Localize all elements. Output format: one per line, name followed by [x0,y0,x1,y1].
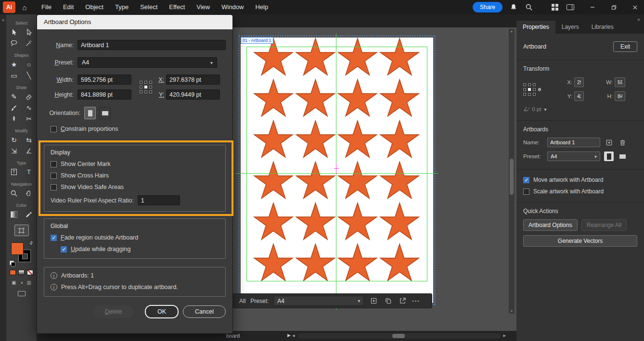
rectangle-tool-icon[interactable]: ▭ [10,71,18,79]
menu-type[interactable]: Type [109,0,134,14]
restore-button[interactable] [606,0,621,14]
portrait-orientation-button[interactable] [604,152,614,161]
move-artwork-checkbox[interactable]: Move artwork with Artboard [523,177,637,183]
swap-fill-stroke-icon[interactable]: ⇄ [28,240,34,246]
panel-x-input[interactable] [574,77,584,87]
ok-button[interactable]: OK [145,305,179,318]
share-button[interactable]: Share [473,2,502,13]
panel-collapse-icon[interactable]: » [637,16,640,22]
color-swatch[interactable] [10,270,16,275]
preset-select[interactable]: A4 ▾ [77,57,217,68]
star-tool-icon[interactable]: ★ [10,60,18,68]
cancel-button[interactable]: Cancel [183,305,226,318]
shaper-tool-icon[interactable]: ∿ [25,103,33,112]
pencil-tool-icon[interactable]: ✎ [10,92,18,101]
tab-libraries[interactable]: Libraries [585,21,620,34]
landscape-orientation-button[interactable] [618,152,627,161]
width-input[interactable] [77,75,131,85]
scroll-right-arrow[interactable]: ▸ [503,332,506,339]
gradient-swatch[interactable] [18,270,25,275]
zoom-tool-icon[interactable] [10,189,18,197]
pen-tool-icon[interactable] [10,114,18,123]
artboard[interactable]: 01 - Artboard 1 [241,38,433,303]
direct-selection-tool-icon[interactable] [25,28,33,36]
duplicate-artboard-icon[interactable] [383,296,393,306]
fade-region-checkbox[interactable]: Fade region outside Artboard [51,234,219,241]
panel-w-input[interactable] [615,77,625,87]
line-tool-icon[interactable]: ╲ [25,71,33,79]
reference-point-locator[interactable] [140,81,152,93]
name-input[interactable] [77,40,226,50]
scroll-left-arrow[interactable]: ◂ [292,332,295,339]
rearrange-all-button[interactable]: Rearrange All [581,219,627,231]
show-video-safe-areas-checkbox[interactable]: Show Video Safe Areas [51,184,219,190]
horizontal-scroll-thumb[interactable] [392,334,405,338]
apps-grid-icon[interactable] [551,3,559,12]
scissors-tool-icon[interactable]: ✂ [25,114,33,123]
video-ruler-ratio-input[interactable] [138,195,180,205]
scale-tool-icon[interactable]: ⇲ [10,147,18,155]
eraser-tool-icon[interactable] [25,92,33,101]
menu-window[interactable]: Window [216,0,249,14]
shear-tool-icon[interactable]: ∠ [25,147,33,155]
draw-normal-icon[interactable]: ▣ [12,280,16,285]
angle-value[interactable]: 0 pt [532,106,541,112]
scroll-down-arrow[interactable]: ▼ [509,310,515,313]
new-artboard-icon[interactable] [369,296,378,306]
vertical-scrollbar[interactable]: ▲ ▼ [509,29,515,314]
default-colors-icon[interactable] [10,261,14,265]
menu-help[interactable]: Help [249,0,274,14]
horizontal-scrollbar[interactable] [298,333,501,339]
search-icon[interactable] [525,3,533,12]
menu-file[interactable]: File [36,0,57,14]
fill-stroke-widget[interactable]: ⇄ [11,242,33,264]
workspace-layout-icon[interactable] [566,3,575,12]
selection-tool-icon[interactable] [10,28,18,36]
panel-preset-select[interactable]: A4 ▾ [547,152,600,161]
y-input[interactable] [166,89,220,100]
x-input[interactable] [166,75,220,85]
artboard-tool-active[interactable] [14,225,29,236]
next-artboard-icon[interactable]: ▶ [287,333,291,338]
link-dimensions-icon[interactable] [536,86,543,93]
panel-collapse-strip[interactable]: « [0,14,6,341]
delete-button[interactable]: Delete [93,305,134,318]
reference-point-locator[interactable] [523,83,536,96]
panel-y-input[interactable] [574,91,584,101]
close-button[interactable] [628,0,642,14]
new-artboard-button[interactable] [604,138,614,147]
minimize-button[interactable] [585,0,600,14]
ellipse-tool-icon[interactable]: ○ [25,60,33,68]
menu-edit[interactable]: Edit [57,0,79,14]
artboard-options-button[interactable]: Artboard Options [523,219,578,231]
delete-artboard-button[interactable] [618,138,627,147]
fill-color-swatch[interactable] [11,242,24,255]
constrain-proportions-checkbox[interactable]: Constrain proportions [51,126,226,132]
paintbrush-tool-icon[interactable] [10,103,18,112]
magic-wand-tool-icon[interactable] [25,39,33,47]
menu-view[interactable]: View [191,0,216,14]
none-swatch[interactable] [27,270,33,275]
height-input[interactable] [77,89,131,100]
vertical-scroll-thumb[interactable] [510,159,514,195]
menu-object[interactable]: Object [79,0,109,14]
show-center-mark-checkbox[interactable]: Show Center Mark [51,161,219,167]
reflect-tool-icon[interactable]: ⇆ [25,136,33,144]
screen-mode-icon[interactable] [18,291,26,296]
landscape-orientation-button[interactable] [99,107,111,119]
eyedropper-tool-icon[interactable] [25,210,33,218]
portrait-orientation-button[interactable] [84,107,96,119]
menu-select[interactable]: Select [134,0,163,14]
show-cross-hairs-checkbox[interactable]: Show Cross Hairs [51,172,219,179]
tab-layers[interactable]: Layers [555,21,585,34]
rotate-tool-icon[interactable]: ↻ [10,136,18,144]
lasso-tool-icon[interactable] [10,39,18,47]
home-icon[interactable]: ⌂ [18,3,31,12]
panel-h-input[interactable] [615,91,625,101]
scale-artwork-checkbox[interactable]: Scale artwork with Artboard [523,188,637,195]
app-logo-icon[interactable]: Ai [3,1,15,13]
type-tool-icon[interactable]: T [25,168,33,176]
artboard-name-label[interactable]: 01 - Artboard 1 [241,37,273,44]
notifications-bell-icon[interactable] [509,3,518,12]
exit-button[interactable]: Exit [613,41,637,52]
